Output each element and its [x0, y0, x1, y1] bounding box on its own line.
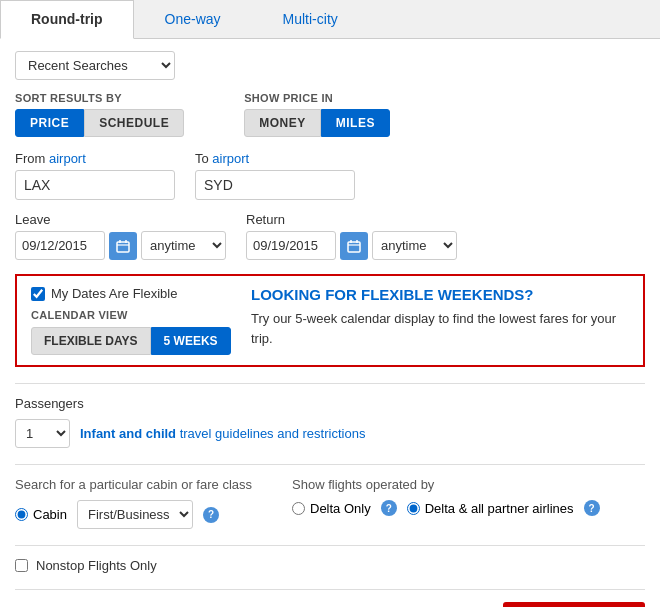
delta-only-label[interactable]: Delta Only — [292, 501, 371, 516]
flexible-dates-checkbox[interactable] — [31, 287, 45, 301]
calendar-view-label: CALENDAR VIEW — [31, 309, 231, 321]
sort-btn-group: PRICE SCHEDULE — [15, 109, 184, 137]
divider-4 — [15, 589, 645, 590]
show-price-btn-group: MONEY MILES — [244, 109, 390, 137]
price-miles-button[interactable]: MILES — [321, 109, 390, 137]
leave-label: Leave — [15, 212, 226, 227]
leave-input-row: anytime morning afternoon evening — [15, 231, 226, 260]
five-weeks-button[interactable]: 5 WEEKS — [151, 327, 231, 355]
tab-round-trip[interactable]: Round-trip — [0, 0, 134, 39]
tabs-bar: Round-trip One-way Multi-city — [0, 0, 660, 39]
delta-all-radio[interactable] — [407, 502, 420, 515]
sort-schedule-button[interactable]: SCHEDULE — [84, 109, 184, 137]
flexible-check-row: My Dates Are Flexible — [31, 286, 231, 301]
leave-time-select[interactable]: anytime morning afternoon evening — [141, 231, 226, 260]
infant-child-bold: Infant and child — [80, 426, 176, 441]
airport-row: From airport To airport — [15, 151, 645, 200]
to-label: To airport — [195, 151, 355, 166]
calendar-view-btn-group: FLEXIBLE DAYS 5 WEEKS — [31, 327, 231, 355]
leave-date-group: Leave anytime morning aft — [15, 212, 226, 260]
flexible-check-label: My Dates Are Flexible — [51, 286, 177, 301]
passengers-select[interactable]: 1 2 3 4 5 — [15, 419, 70, 448]
cabin-radio-label[interactable]: Cabin — [15, 507, 67, 522]
recent-searches-select[interactable]: Recent Searches — [15, 51, 175, 80]
flexible-promo-title: LOOKING FOR FLEXIBLE WEEKENDS? — [251, 286, 629, 303]
flexible-promo-text: Try our 5-week calendar display to find … — [251, 309, 629, 348]
flexible-days-button[interactable]: FLEXIBLE DAYS — [31, 327, 151, 355]
recent-searches-row: Recent Searches — [15, 51, 645, 80]
calendar-icon — [347, 239, 361, 253]
flights-operated-group: Show flights operated by Delta Only ? De… — [292, 477, 600, 516]
cabin-inner: Cabin Economy First/Business Business El… — [15, 500, 252, 529]
from-airport-group: From airport — [15, 151, 175, 200]
cabin-help-icon[interactable]: ? — [203, 507, 219, 523]
flexible-dates-box: My Dates Are Flexible CALENDAR VIEW FLEX… — [15, 274, 645, 367]
cabin-radio[interactable] — [15, 508, 28, 521]
from-airport-link[interactable]: airport — [49, 151, 86, 166]
to-airport-link[interactable]: airport — [212, 151, 249, 166]
divider-1 — [15, 383, 645, 384]
date-row: Leave anytime morning aft — [15, 212, 645, 260]
cabin-select[interactable]: Economy First/Business Business Elite — [77, 500, 193, 529]
infant-child-link[interactable]: Infant and child travel guidelines and r… — [80, 426, 365, 441]
price-money-button[interactable]: MONEY — [244, 109, 321, 137]
nonstop-checkbox[interactable] — [15, 559, 28, 572]
return-calendar-button[interactable] — [340, 232, 368, 260]
delta-all-label[interactable]: Delta & all partner airlines — [407, 501, 574, 516]
sort-results-group: SORT RESULTS BY PRICE SCHEDULE — [15, 92, 184, 137]
flexible-right: LOOKING FOR FLEXIBLE WEEKENDS? Try our 5… — [251, 286, 629, 355]
nonstop-row: Nonstop Flights Only — [15, 558, 645, 573]
divider-3 — [15, 545, 645, 546]
flights-operated-label: Show flights operated by — [292, 477, 600, 492]
infant-child-rest: travel guidelines and restrictions — [176, 426, 365, 441]
show-price-group: SHOW PRICE IN MONEY MILES — [244, 92, 390, 137]
to-airport-group: To airport — [195, 151, 355, 200]
return-time-select[interactable]: anytime morning afternoon evening — [372, 231, 457, 260]
from-airport-input[interactable] — [15, 170, 175, 200]
cabin-label-text: Cabin — [33, 507, 67, 522]
passengers-row: 1 2 3 4 5 Infant and child travel guidel… — [15, 419, 645, 448]
svg-rect-4 — [348, 242, 360, 252]
delta-only-text: Delta Only — [310, 501, 371, 516]
from-label: From airport — [15, 151, 175, 166]
return-input-row: anytime morning afternoon evening — [246, 231, 457, 260]
tab-multi-city[interactable]: Multi-city — [252, 0, 369, 38]
return-date-group: Return anytime morning af — [246, 212, 457, 260]
divider-2 — [15, 464, 645, 465]
passengers-section: Passengers 1 2 3 4 5 Infant and child tr… — [15, 396, 645, 448]
sort-price-button[interactable]: PRICE — [15, 109, 84, 137]
nonstop-label: Nonstop Flights Only — [36, 558, 157, 573]
cabin-flights-row: Search for a particular cabin or fare cl… — [15, 477, 645, 529]
flights-operated-options: Delta Only ? Delta & all partner airline… — [292, 500, 600, 516]
sort-results-label: SORT RESULTS BY — [15, 92, 184, 104]
flexible-left: My Dates Are Flexible CALENDAR VIEW FLEX… — [31, 286, 231, 355]
leave-calendar-button[interactable] — [109, 232, 137, 260]
form-body: Recent Searches SORT RESULTS BY PRICE SC… — [0, 39, 660, 607]
calendar-icon — [116, 239, 130, 253]
bottom-row: View or Redeem Certificates, eCredits, o… — [15, 602, 645, 607]
controls-row: SORT RESULTS BY PRICE SCHEDULE SHOW PRIC… — [15, 92, 645, 137]
to-airport-input[interactable] — [195, 170, 355, 200]
return-label: Return — [246, 212, 457, 227]
delta-only-help-icon[interactable]: ? — [381, 500, 397, 516]
leave-date-input[interactable] — [15, 231, 105, 260]
main-container: Round-trip One-way Multi-city Recent Sea… — [0, 0, 660, 607]
tab-one-way[interactable]: One-way — [134, 0, 252, 38]
delta-all-help-icon[interactable]: ? — [584, 500, 600, 516]
to-text: To — [195, 151, 212, 166]
delta-only-radio[interactable] — [292, 502, 305, 515]
show-price-label: SHOW PRICE IN — [244, 92, 390, 104]
cabin-group: Search for a particular cabin or fare cl… — [15, 477, 252, 529]
find-flights-button[interactable]: FIND FLIGHTS — [503, 602, 645, 607]
cabin-group-label: Search for a particular cabin or fare cl… — [15, 477, 252, 492]
delta-all-text: Delta & all partner airlines — [425, 501, 574, 516]
return-date-input[interactable] — [246, 231, 336, 260]
passengers-section-label: Passengers — [15, 396, 645, 411]
svg-rect-0 — [117, 242, 129, 252]
from-text: From — [15, 151, 49, 166]
